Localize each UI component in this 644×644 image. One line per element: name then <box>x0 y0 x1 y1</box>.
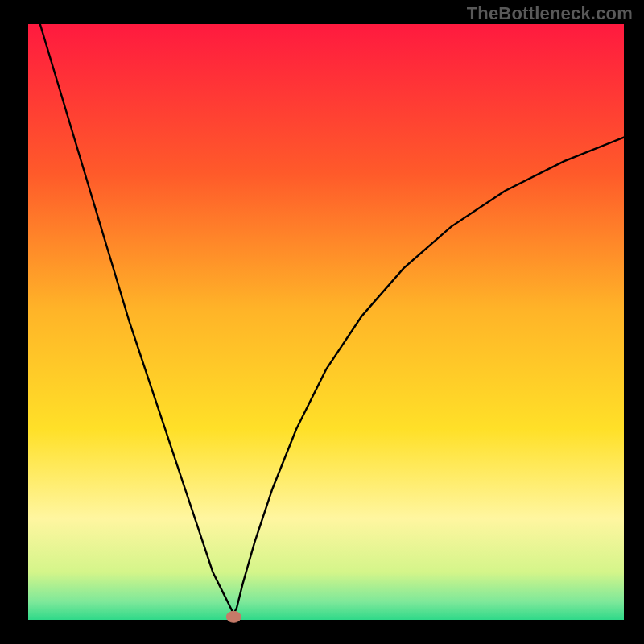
plot-background <box>28 24 624 620</box>
optimum-marker <box>226 611 241 622</box>
chart-frame: TheBottleneck.com <box>0 0 644 644</box>
bottleneck-chart <box>0 0 644 644</box>
